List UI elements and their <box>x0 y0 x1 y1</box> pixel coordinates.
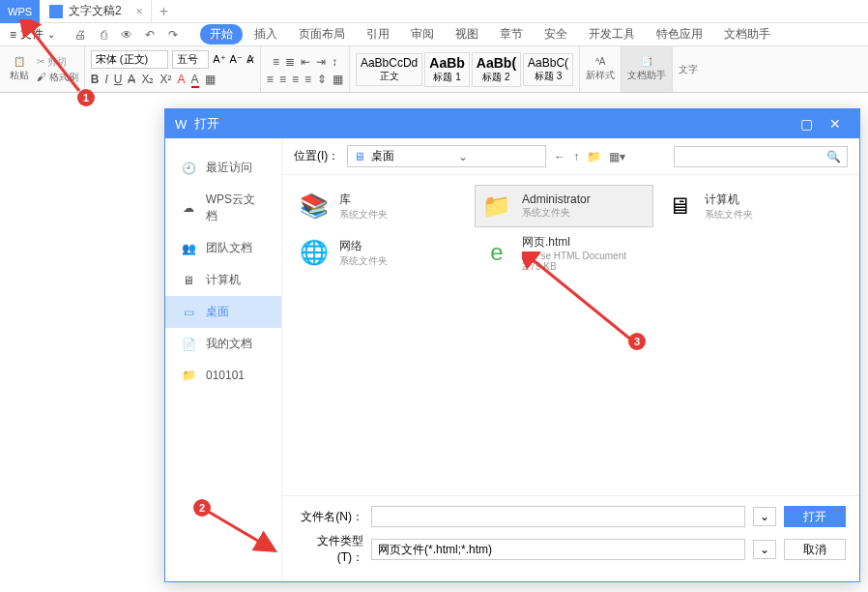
tab-reference[interactable]: 引用 <box>357 24 399 44</box>
style-h3[interactable]: AaBbC(标题 3 <box>523 53 573 86</box>
sidebar-computer[interactable]: 🖥计算机 <box>165 264 281 296</box>
annotation-1: 1 <box>77 89 95 106</box>
filetype-label: 文件类型(T)： <box>296 533 363 566</box>
line-spacing-icon[interactable]: ⇕ <box>317 73 327 86</box>
doc-helper-button[interactable]: 📑文档助手 <box>627 56 666 82</box>
ribbon-tabs: 开始 插入 页面布局 引用 审阅 视图 章节 安全 开发工具 特色应用 文档助手 <box>200 24 780 44</box>
style-h1[interactable]: AaBb标题 1 <box>424 52 470 87</box>
doc-name: 文字文稿2 <box>69 3 122 19</box>
sidebar-cloud[interactable]: ☁WPS云文档 <box>165 184 281 232</box>
font-color-icon[interactable]: A <box>191 73 199 88</box>
clock-icon: 🕘 <box>181 161 196 176</box>
new-style-button[interactable]: ᴬA新样式 <box>586 56 615 82</box>
search-input[interactable]: 🔍 <box>674 146 848 167</box>
filetype-dropdown-icon[interactable]: ⌄ <box>753 540 776 559</box>
sidebar-team[interactable]: 👥团队文档 <box>165 232 281 264</box>
grow-font-icon[interactable]: A⁺ <box>213 53 225 66</box>
file-network[interactable]: 🌐 网络系统文件夹 <box>292 231 471 274</box>
dialog-footer: 文件名(N)： ⌄ 打开 文件类型(T)： 网页文件(*.html;*.htm)… <box>282 495 859 581</box>
numbering-icon[interactable]: ≣ <box>285 55 295 69</box>
filename-input[interactable] <box>371 506 745 527</box>
file-administrator[interactable]: 📁 Administrator系统文件夹 <box>475 185 653 227</box>
newfolder-icon[interactable]: 📁 <box>587 150 601 163</box>
indent-dec-icon[interactable]: ⇤ <box>301 55 310 69</box>
print-icon[interactable]: ⎙ <box>96 27 111 43</box>
tab-chapter[interactable]: 章节 <box>490 24 533 44</box>
tab-layout[interactable]: 页面布局 <box>289 24 355 44</box>
tab-review[interactable]: 审阅 <box>401 24 444 44</box>
close-button[interactable]: ✕ <box>821 116 850 132</box>
undo-icon[interactable]: ↶ <box>142 27 158 43</box>
sub-icon[interactable]: X₂ <box>141 73 154 88</box>
arrow-3 <box>522 252 638 348</box>
clear-format-icon[interactable]: A̷ <box>246 53 254 66</box>
indent-inc-icon[interactable]: ⇥ <box>316 55 326 69</box>
file-computer[interactable]: 🖥 计算机系统文件夹 <box>657 185 836 227</box>
sort-icon[interactable]: ↕ <box>332 55 337 69</box>
style-normal[interactable]: AaBbCcDd正文 <box>356 53 422 86</box>
tab-helper[interactable]: 文档助手 <box>714 24 780 44</box>
align-right-icon[interactable]: ≡ <box>292 73 299 86</box>
highlight-icon[interactable]: A <box>177 73 185 88</box>
add-tab-button[interactable]: + <box>159 3 168 20</box>
sidebar-mydocs[interactable]: 📄我的文档 <box>165 328 281 360</box>
fill-icon[interactable]: ▦ <box>205 73 216 88</box>
svg-line-1 <box>29 27 79 91</box>
maximize-button[interactable]: ▢ <box>792 116 821 132</box>
shading-icon[interactable]: ▦ <box>333 73 343 86</box>
shrink-font-icon[interactable]: A⁻ <box>230 53 243 66</box>
strike-icon[interactable]: A̶ <box>128 73 135 88</box>
sidebar-folder[interactable]: 📁010101 <box>165 360 281 391</box>
align-center-icon[interactable]: ≡ <box>279 73 286 86</box>
file-library[interactable]: 📚 库系统文件夹 <box>292 185 471 227</box>
filename-label: 文件名(N)： <box>296 509 363 525</box>
view-icon[interactable]: ▦▾ <box>609 150 625 163</box>
italic-icon[interactable]: I <box>104 73 107 88</box>
justify-icon[interactable]: ≡ <box>304 73 311 86</box>
underline-icon[interactable]: U <box>114 73 123 88</box>
svg-line-3 <box>207 511 273 549</box>
preview-icon[interactable]: 👁 <box>119 27 134 43</box>
arrow-2 <box>203 507 280 555</box>
location-label: 位置(I)： <box>294 148 339 164</box>
tab-insert[interactable]: 插入 <box>245 24 287 44</box>
library-icon: 📚 <box>297 189 332 223</box>
dialog-titlebar: W 打开 ▢ ✕ <box>165 109 859 138</box>
paragraph-group: ≡ ≣ ⇤ ⇥ ↕ ≡ ≡ ≡ ≡ ⇕ ▦ <box>261 46 350 92</box>
styles-group: AaBbCcDd正文 AaBb标题 1 AaBb(标题 2 AaBbC(标题 3 <box>350 46 580 92</box>
docs-icon: 📄 <box>181 337 196 352</box>
cloud-icon: ☁ <box>181 200 196 216</box>
filename-dropdown-icon[interactable]: ⌄ <box>753 507 776 526</box>
tab-dev[interactable]: 开发工具 <box>579 24 645 44</box>
open-button[interactable]: 打开 <box>784 506 846 527</box>
tab-view[interactable]: 视图 <box>446 24 488 44</box>
style-h2[interactable]: AaBb(标题 2 <box>472 52 521 87</box>
text-button[interactable]: 文字 <box>679 63 698 76</box>
bold-icon[interactable]: B <box>91 73 100 88</box>
sidebar-desktop[interactable]: ▭桌面 <box>165 296 281 328</box>
tab-start[interactable]: 开始 <box>200 24 243 44</box>
location-bar: 位置(I)： 🖥 桌面 ⌄ ← ↑ 📁 ▦▾ 🔍 <box>282 138 859 175</box>
font-select[interactable]: 宋体 (正文) <box>91 50 168 69</box>
sidebar-recent[interactable]: 🕘最近访问 <box>165 152 281 184</box>
location-select[interactable]: 🖥 桌面 ⌄ <box>347 145 546 167</box>
back-icon[interactable]: ← <box>554 150 565 163</box>
doc-icon <box>49 5 63 18</box>
size-select[interactable]: 五号 <box>172 50 209 69</box>
bullets-icon[interactable]: ≡ <box>273 55 279 69</box>
cancel-button[interactable]: 取消 <box>784 539 846 560</box>
filetype-select[interactable]: 网页文件(*.html;*.htm) <box>371 539 745 560</box>
align-left-icon[interactable]: ≡ <box>267 73 274 86</box>
up-icon[interactable]: ↑ <box>573 150 579 163</box>
tab-special[interactable]: 特色应用 <box>647 24 712 44</box>
html-icon: e <box>479 235 514 270</box>
monitor-small-icon: 🖥 <box>354 150 365 163</box>
menubar: ≡ 文件 🖨 ⎙ 👁 ↶ ↷ 开始 插入 页面布局 引用 审阅 视图 章节 安全… <box>0 23 868 46</box>
tab-security[interactable]: 安全 <box>535 24 577 44</box>
redo-icon[interactable]: ↷ <box>165 27 181 43</box>
annotation-2: 2 <box>193 499 211 517</box>
pc-icon: 🖥 <box>662 189 697 223</box>
sup-icon[interactable]: X² <box>159 73 171 88</box>
team-icon: 👥 <box>181 241 196 256</box>
close-icon[interactable]: × <box>136 5 143 18</box>
